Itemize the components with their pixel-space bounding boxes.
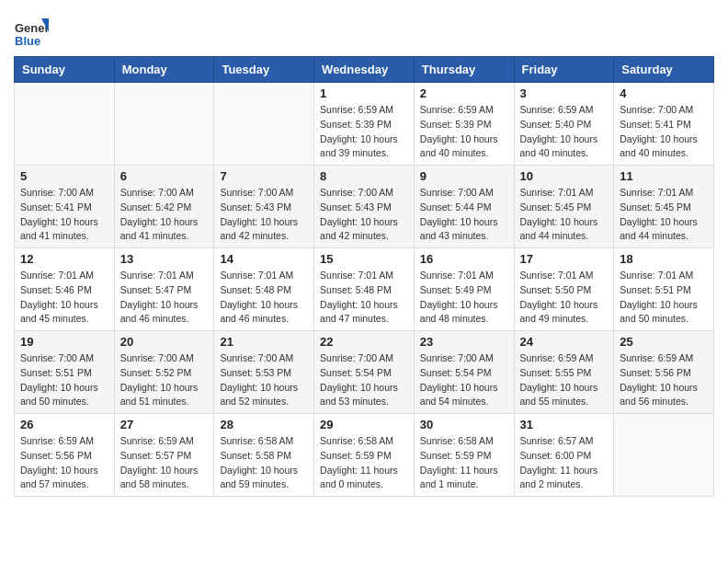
- day-info: Sunrise: 6:59 AMSunset: 5:57 PMDaylight:…: [120, 434, 209, 492]
- calendar-cell: [214, 83, 314, 166]
- calendar-cell: [614, 414, 714, 497]
- day-number: 24: [520, 335, 609, 349]
- day-info: Sunrise: 6:59 AMSunset: 5:39 PMDaylight:…: [320, 103, 408, 161]
- page-header: General Blue: [14, 9, 714, 49]
- day-number: 13: [120, 252, 209, 266]
- day-number: 26: [20, 418, 108, 431]
- calendar-cell: 17Sunrise: 7:01 AMSunset: 5:50 PMDayligh…: [514, 248, 614, 331]
- calendar-cell: 4Sunrise: 7:00 AMSunset: 5:41 PMDaylight…: [614, 83, 714, 166]
- day-of-week-header: Friday: [514, 57, 614, 83]
- day-number: 1: [320, 86, 408, 100]
- day-number: 25: [620, 335, 708, 349]
- logo-icon: General Blue: [14, 14, 49, 49]
- calendar-header-row: SundayMondayTuesdayWednesdayThursdayFrid…: [15, 57, 714, 83]
- calendar-cell: 11Sunrise: 7:01 AMSunset: 5:45 PMDayligh…: [614, 166, 714, 248]
- calendar-cell: 1Sunrise: 6:59 AMSunset: 5:39 PMDaylight…: [314, 83, 415, 166]
- day-info: Sunrise: 7:00 AMSunset: 5:43 PMDaylight:…: [220, 186, 308, 244]
- day-number: 12: [20, 252, 108, 266]
- calendar-cell: 13Sunrise: 7:01 AMSunset: 5:47 PMDayligh…: [114, 248, 214, 331]
- day-number: 3: [520, 86, 609, 100]
- calendar-cell: 22Sunrise: 7:00 AMSunset: 5:54 PMDayligh…: [314, 331, 415, 414]
- day-number: 9: [420, 169, 508, 183]
- day-number: 23: [420, 335, 508, 349]
- svg-text:Blue: Blue: [15, 34, 40, 48]
- day-info: Sunrise: 6:59 AMSunset: 5:56 PMDaylight:…: [20, 434, 108, 492]
- day-info: Sunrise: 6:59 AMSunset: 5:56 PMDaylight:…: [620, 351, 708, 409]
- calendar-cell: 3Sunrise: 6:59 AMSunset: 5:40 PMDaylight…: [514, 83, 614, 166]
- calendar-week-row: 1Sunrise: 6:59 AMSunset: 5:39 PMDaylight…: [15, 83, 714, 166]
- calendar-cell: 16Sunrise: 7:01 AMSunset: 5:49 PMDayligh…: [414, 248, 514, 331]
- calendar-week-row: 12Sunrise: 7:01 AMSunset: 5:46 PMDayligh…: [15, 248, 714, 331]
- day-info: Sunrise: 7:00 AMSunset: 5:54 PMDaylight:…: [320, 351, 408, 409]
- day-of-week-header: Monday: [114, 57, 214, 83]
- calendar-week-row: 5Sunrise: 7:00 AMSunset: 5:41 PMDaylight…: [15, 166, 714, 248]
- day-number: 31: [520, 418, 609, 431]
- day-of-week-header: Wednesday: [314, 57, 415, 83]
- day-number: 20: [120, 335, 209, 349]
- day-info: Sunrise: 6:57 AMSunset: 6:00 PMDaylight:…: [520, 434, 609, 492]
- calendar-cell: 29Sunrise: 6:58 AMSunset: 5:59 PMDayligh…: [314, 414, 415, 497]
- calendar-cell: 2Sunrise: 6:59 AMSunset: 5:39 PMDaylight…: [414, 83, 514, 166]
- day-number: 21: [220, 335, 308, 349]
- day-info: Sunrise: 6:58 AMSunset: 5:59 PMDaylight:…: [420, 434, 508, 492]
- calendar-cell: 24Sunrise: 6:59 AMSunset: 5:55 PMDayligh…: [514, 331, 614, 414]
- day-number: 8: [320, 169, 408, 183]
- day-info: Sunrise: 7:00 AMSunset: 5:51 PMDaylight:…: [20, 351, 108, 409]
- calendar-cell: 30Sunrise: 6:58 AMSunset: 5:59 PMDayligh…: [414, 414, 514, 497]
- day-number: 16: [420, 252, 508, 266]
- calendar-cell: 28Sunrise: 6:58 AMSunset: 5:58 PMDayligh…: [214, 414, 314, 497]
- calendar-cell: 25Sunrise: 6:59 AMSunset: 5:56 PMDayligh…: [614, 331, 714, 414]
- calendar-cell: 15Sunrise: 7:01 AMSunset: 5:48 PMDayligh…: [314, 248, 415, 331]
- day-info: Sunrise: 6:58 AMSunset: 5:58 PMDaylight:…: [220, 434, 308, 492]
- day-info: Sunrise: 7:01 AMSunset: 5:51 PMDaylight:…: [620, 269, 708, 327]
- calendar-cell: 14Sunrise: 7:01 AMSunset: 5:48 PMDayligh…: [214, 248, 314, 331]
- day-number: 18: [620, 252, 708, 266]
- day-of-week-header: Saturday: [614, 57, 714, 83]
- day-info: Sunrise: 7:00 AMSunset: 5:41 PMDaylight:…: [620, 103, 708, 161]
- day-info: Sunrise: 7:01 AMSunset: 5:49 PMDaylight:…: [420, 269, 508, 327]
- day-info: Sunrise: 7:01 AMSunset: 5:45 PMDaylight:…: [620, 186, 708, 244]
- day-of-week-header: Tuesday: [214, 57, 314, 83]
- calendar-cell: 26Sunrise: 6:59 AMSunset: 5:56 PMDayligh…: [15, 414, 115, 497]
- day-info: Sunrise: 7:01 AMSunset: 5:47 PMDaylight:…: [120, 269, 209, 327]
- day-number: 7: [220, 169, 308, 183]
- day-number: 6: [120, 169, 209, 183]
- day-info: Sunrise: 7:00 AMSunset: 5:53 PMDaylight:…: [220, 351, 308, 409]
- day-of-week-header: Thursday: [414, 57, 514, 83]
- day-number: 27: [120, 418, 209, 431]
- calendar-cell: 7Sunrise: 7:00 AMSunset: 5:43 PMDaylight…: [214, 166, 314, 248]
- calendar-cell: 20Sunrise: 7:00 AMSunset: 5:52 PMDayligh…: [114, 331, 214, 414]
- day-info: Sunrise: 7:01 AMSunset: 5:45 PMDaylight:…: [520, 186, 609, 244]
- day-number: 14: [220, 252, 308, 266]
- day-number: 11: [620, 169, 708, 183]
- day-info: Sunrise: 6:59 AMSunset: 5:40 PMDaylight:…: [520, 103, 609, 161]
- day-info: Sunrise: 6:59 AMSunset: 5:39 PMDaylight:…: [420, 103, 508, 161]
- calendar-cell: [15, 83, 115, 166]
- calendar-cell: 8Sunrise: 7:00 AMSunset: 5:43 PMDaylight…: [314, 166, 415, 248]
- day-info: Sunrise: 7:01 AMSunset: 5:50 PMDaylight:…: [520, 269, 609, 327]
- svg-text:General: General: [15, 21, 49, 35]
- calendar-cell: 23Sunrise: 7:00 AMSunset: 5:54 PMDayligh…: [414, 331, 514, 414]
- day-info: Sunrise: 7:00 AMSunset: 5:41 PMDaylight:…: [20, 186, 108, 244]
- day-info: Sunrise: 7:01 AMSunset: 5:48 PMDaylight:…: [320, 269, 408, 327]
- day-info: Sunrise: 7:00 AMSunset: 5:44 PMDaylight:…: [420, 186, 508, 244]
- calendar-cell: 5Sunrise: 7:00 AMSunset: 5:41 PMDaylight…: [15, 166, 115, 248]
- logo: General Blue: [14, 14, 52, 49]
- day-number: 28: [220, 418, 308, 431]
- calendar-cell: [114, 83, 214, 166]
- calendar-cell: 21Sunrise: 7:00 AMSunset: 5:53 PMDayligh…: [214, 331, 314, 414]
- day-number: 17: [520, 252, 609, 266]
- calendar-cell: 10Sunrise: 7:01 AMSunset: 5:45 PMDayligh…: [514, 166, 614, 248]
- calendar-cell: 12Sunrise: 7:01 AMSunset: 5:46 PMDayligh…: [15, 248, 115, 331]
- calendar-week-row: 26Sunrise: 6:59 AMSunset: 5:56 PMDayligh…: [15, 414, 714, 497]
- day-info: Sunrise: 7:00 AMSunset: 5:54 PMDaylight:…: [420, 351, 508, 409]
- calendar-cell: 31Sunrise: 6:57 AMSunset: 6:00 PMDayligh…: [514, 414, 614, 497]
- day-number: 10: [520, 169, 609, 183]
- calendar-cell: 9Sunrise: 7:00 AMSunset: 5:44 PMDaylight…: [414, 166, 514, 248]
- day-info: Sunrise: 7:00 AMSunset: 5:42 PMDaylight:…: [120, 186, 209, 244]
- calendar-table: SundayMondayTuesdayWednesdayThursdayFrid…: [14, 56, 714, 497]
- day-info: Sunrise: 7:00 AMSunset: 5:52 PMDaylight:…: [120, 351, 209, 409]
- day-info: Sunrise: 6:59 AMSunset: 5:55 PMDaylight:…: [520, 351, 609, 409]
- day-number: 15: [320, 252, 408, 266]
- day-number: 5: [20, 169, 108, 183]
